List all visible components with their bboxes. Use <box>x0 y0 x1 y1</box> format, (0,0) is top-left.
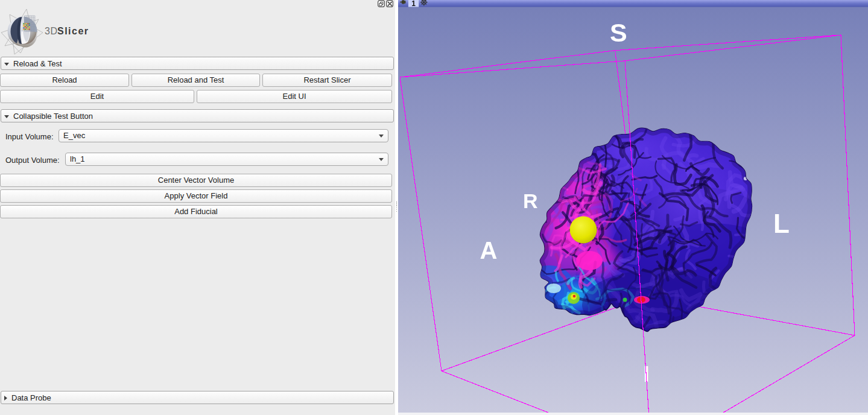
svg-text:R: R <box>523 189 538 212</box>
svg-text:3D: 3D <box>45 26 57 36</box>
svg-text:A: A <box>480 237 498 264</box>
svg-text:S: S <box>610 18 627 47</box>
svg-text:1: 1 <box>411 0 416 8</box>
svg-text:Slicer: Slicer <box>57 26 89 36</box>
svg-text:L: L <box>773 209 790 238</box>
